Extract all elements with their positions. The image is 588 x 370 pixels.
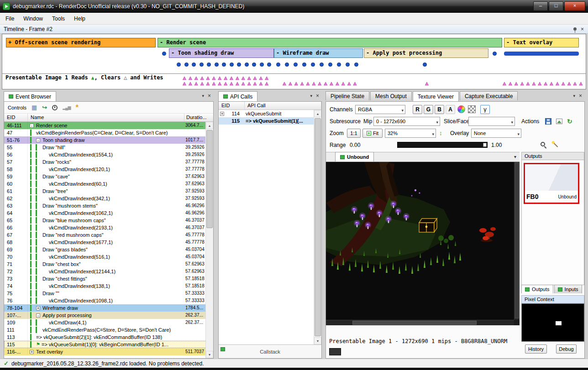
event-row-107-...[interactable]: 107-...-Apply post processing262.37... — [4, 312, 206, 319]
column-duration[interactable]: Duratio... — [184, 114, 213, 121]
chevron-down-icon[interactable]: ▾ — [202, 94, 204, 98]
timeline-draw-dot[interactable] — [215, 63, 219, 67]
event-row-78-104[interactable]: 78-104+Wireframe draw1784.5... — [4, 304, 206, 312]
timeline-draw-dot[interactable] — [267, 63, 271, 67]
minimize-button[interactable]: – — [533, 1, 548, 11]
event-row-67[interactable]: 67Draw "red mushroom caps"45.77778 — [4, 231, 206, 239]
expand-icon[interactable]: + — [220, 112, 224, 116]
scroll-thumb[interactable] — [515, 162, 519, 318]
zoom-fit-button[interactable]: Fit — [362, 129, 383, 138]
event-row-47[interactable]: 47vkCmdBeginRenderPass(C=Clear, D=Clear,… — [4, 129, 206, 136]
api-call-row-115[interactable]: 115=> vkQueueSubmit(1)[... — [219, 117, 314, 125]
tab-texture-viewer[interactable]: Texture Viewer — [413, 91, 459, 101]
event-row-69[interactable]: 69Draw "grass blades"45.03704 — [4, 246, 206, 253]
event-row-58[interactable]: 58vkCmdDrawIndexed(120,1)37.77778 — [4, 166, 206, 173]
event-row-68[interactable]: 68vkCmdDrawIndexed(1677,1)45.77778 — [4, 239, 206, 246]
tab-outputs[interactable]: Outputs — [521, 285, 553, 293]
event-row-60[interactable]: 60vkCmdDrawIndexed(60,1)37.62963 — [4, 180, 206, 188]
framebuffer-fb0-item[interactable]: FB0 Unbound — [524, 163, 579, 204]
menu-tools[interactable]: Tools — [47, 14, 69, 24]
event-row-115[interactable]: 115⚑=> vkQueueSubmit(1)[0]: vkBeginComma… — [4, 341, 206, 348]
timeline-draw-dot[interactable] — [260, 63, 264, 67]
event-row-64[interactable]: 64vkCmdDrawIndexed(1062,1)46.96296 — [4, 209, 206, 217]
channel-a-button[interactable]: A — [446, 105, 455, 114]
event-row-51-76[interactable]: 51-76-Toon shading draw1017.7... — [4, 136, 206, 144]
timeline-draw-dot[interactable] — [230, 63, 234, 67]
close-icon[interactable]: × — [208, 93, 211, 99]
scroll-down-icon[interactable]: ▼ — [206, 351, 213, 358]
collapse-icon[interactable]: - — [30, 124, 34, 128]
event-row-111[interactable]: 111vkCmdEndRenderPass(C=Store, D=Store, … — [4, 326, 206, 334]
channels-select[interactable]: RGBA — [355, 105, 405, 114]
zoom-select[interactable]: 32% — [385, 129, 436, 138]
expand-icon[interactable]: + — [30, 350, 34, 354]
close-icon[interactable]: × — [316, 93, 319, 99]
event-row-55[interactable]: 55Draw "hill"39.25926 — [4, 144, 206, 151]
channel-g-button[interactable]: G — [424, 105, 433, 114]
checkerboard-icon[interactable] — [468, 105, 476, 113]
gamma-button[interactable]: γ — [480, 105, 490, 114]
timeline-draw-dot[interactable] — [423, 63, 427, 67]
column-name[interactable]: Name — [28, 114, 184, 121]
bookmark-icon[interactable]: * — [75, 104, 79, 111]
event-row-76[interactable]: 76vkCmdDrawIndexed(1098,1)57.33333 — [4, 297, 206, 304]
range-slider[interactable] — [397, 142, 488, 148]
texture-vertical-scrollbar[interactable] — [514, 162, 520, 320]
texture-horizontal-scrollbar[interactable] — [326, 320, 514, 325]
timeline-bar-toon-shading[interactable]: - Toon shading draw — [169, 48, 274, 58]
autofit-range-icon[interactable] — [541, 142, 545, 146]
channel-r-button[interactable]: R — [413, 105, 422, 114]
tab-capture-executable[interactable]: Capture Executable — [460, 91, 518, 100]
timeline-draw-dot[interactable] — [252, 63, 256, 67]
time-draws-icon[interactable] — [52, 105, 58, 110]
pixel-context-view[interactable] — [521, 303, 584, 342]
tab-mesh-output[interactable]: Mesh Output — [370, 91, 412, 100]
range-slider-thumb[interactable] — [483, 143, 487, 147]
timeline-draw-dot[interactable] — [237, 63, 241, 67]
chevron-down-icon[interactable]: ▾ — [573, 94, 575, 98]
tab-event-browser[interactable]: Event Browser — [4, 91, 56, 101]
expand-icon[interactable]: + — [36, 306, 40, 310]
timeline-draw-dot[interactable] — [302, 63, 306, 67]
auto-range-wand-icon[interactable] — [553, 142, 558, 147]
api-calls-scrollbar[interactable]: ▲ ▼ — [314, 110, 321, 344]
scroll-thumb[interactable] — [315, 118, 321, 336]
pin-icon[interactable] — [573, 27, 577, 31]
tab-inputs[interactable]: Inputs — [554, 285, 582, 293]
timeline-draw-dot[interactable] — [177, 63, 181, 67]
texture-display[interactable] — [326, 162, 520, 325]
collapse-icon[interactable]: - — [36, 138, 40, 142]
event-browser-scrollbar[interactable]: ▲ ▼ — [205, 122, 213, 358]
timeline-draw-dot[interactable] — [285, 63, 289, 67]
close-icon[interactable]: × — [579, 93, 582, 99]
maximize-button[interactable]: □ — [549, 1, 563, 11]
event-row-73[interactable]: 73Draw "chest fittings"57.18518 — [4, 275, 206, 282]
timeline-draw-dot[interactable] — [245, 63, 249, 67]
slice-face-select[interactable] — [468, 117, 515, 126]
event-row-116-...[interactable]: 116-...+Text overlay511.7037 — [4, 348, 206, 355]
event-row-56[interactable]: 56vkCmdDrawIndexed(1554,1)39.25926 — [4, 151, 206, 158]
columns-icon[interactable]: ▦ — [31, 104, 37, 111]
timeline-draw-dot[interactable] — [311, 63, 315, 67]
event-row-65[interactable]: 65Draw "blue mushroom caps"46.37037 — [4, 217, 206, 224]
timeline-draw-dot[interactable] — [346, 63, 350, 67]
scroll-thumb[interactable] — [206, 130, 213, 228]
timeline-draw-dot[interactable] — [337, 63, 341, 67]
timeline-draw-dot[interactable] — [354, 63, 358, 67]
scroll-thumb[interactable] — [352, 321, 477, 325]
menu-window[interactable]: Window — [19, 14, 47, 24]
timeline-draw-dot[interactable] — [222, 63, 226, 67]
callstack-section[interactable]: Callstack — [219, 344, 321, 358]
channel-b-button[interactable]: B — [435, 105, 444, 114]
column-eid[interactable]: EID — [4, 114, 28, 121]
event-row-59[interactable]: 59Draw "cave"37.62963 — [4, 173, 206, 180]
event-row-66[interactable]: 66vkCmdDrawIndexed(2193,1)46.37037 — [4, 224, 206, 231]
event-row-57[interactable]: 57Draw "rocks"37.77778 — [4, 158, 206, 166]
chevron-down-icon[interactable]: ▾ — [310, 94, 312, 98]
event-row-70[interactable]: 70vkCmdDrawIndexed(516,1)45.03704 — [4, 253, 206, 261]
menu-help[interactable]: Help — [69, 14, 90, 24]
event-row-46-111[interactable]: 46-111-Render scene3064.7... — [4, 122, 206, 129]
export-texture-icon[interactable] — [556, 119, 562, 124]
refresh-icon[interactable]: ↻ — [567, 117, 572, 126]
chart-icon[interactable]: ▂▄▆ — [63, 105, 70, 110]
